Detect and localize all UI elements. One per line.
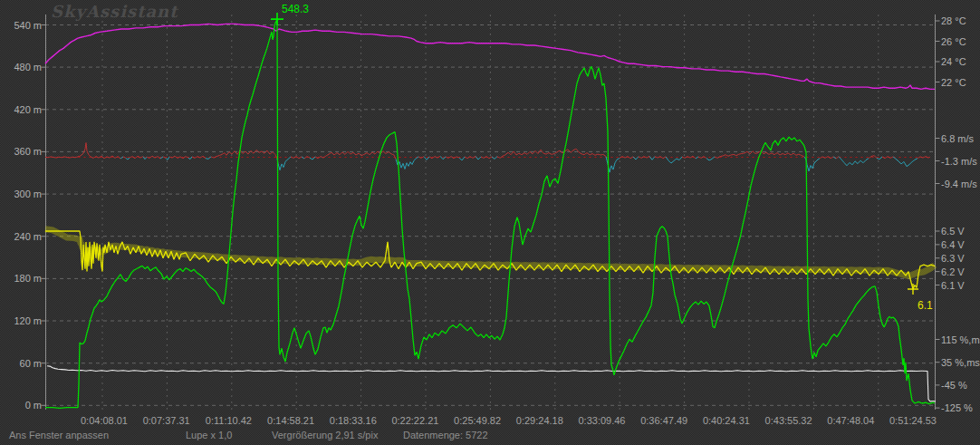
y-axis-label-right: 6.5 V	[941, 226, 965, 237]
status-fit-window: Ans Fenster anpassen	[9, 430, 109, 440]
gridlines	[45, 15, 935, 410]
y-axis-label-right: 6.8 m/s	[941, 133, 975, 144]
y-axis-label-right: 26 °C	[941, 36, 966, 47]
y-axis-label-right: 6.2 V	[941, 266, 965, 277]
y-axis-label-right: -125 %	[941, 402, 973, 413]
y-axis-label-right: -45 %	[941, 380, 967, 391]
status-data-count: Datenmenge: 5722	[403, 430, 488, 440]
y-axis-label-right: 6.1 V	[941, 280, 965, 291]
altitude-peak-value: 548.3	[282, 3, 309, 15]
x-axis-time-label: 0:36:47.49	[640, 415, 687, 426]
trace-vario-climb	[45, 143, 930, 160]
y-axis-label-left: 540 m	[14, 20, 42, 31]
x-axis-time-label: 0:43:55.32	[765, 415, 812, 426]
x-axis-time-label: 0:29:24.18	[516, 415, 563, 426]
y-axis-label-left: 420 m	[14, 104, 42, 115]
y-axis-label-right: 6.3 V	[941, 253, 965, 264]
trace-voltage	[45, 231, 935, 289]
y-axis-label-right: -1.3 m/s	[941, 156, 977, 167]
skyassistant-window: SkyAssistant 540 m480 m420 m360 m300 m24…	[0, 0, 980, 445]
trace-vario-sink	[120, 156, 918, 172]
data-traces	[45, 19, 936, 408]
x-axis-time-label: 0:25:49.82	[454, 415, 501, 426]
y-axis-label-right: 22 °C	[941, 77, 966, 88]
y-axis-label-left: 60 m	[20, 358, 42, 369]
trace-altitude	[45, 19, 935, 408]
y-axis-label-right: 24 °C	[941, 56, 966, 67]
y-axis-label-right: 35 %,ms	[941, 357, 980, 368]
y-axis-label-left: 360 m	[14, 146, 42, 157]
status-bar: Ans Fenster anpassen Lupe x 1,0 Vergröße…	[0, 430, 980, 445]
y-axis-label-right: -9.4 m/s	[941, 179, 977, 189]
status-zoom-factor: Vergrößerung 2,91 s/pix	[272, 430, 378, 440]
x-axis-time-label: 0:18:33.16	[330, 415, 377, 426]
x-axis-time-label: 0:40:24.31	[703, 415, 750, 426]
y-axis-label-right: 28 °C	[941, 15, 966, 26]
y-axis-label-left: 0 m	[25, 400, 42, 411]
x-axis-time-label: 0:07:37.31	[143, 415, 190, 426]
y-axis-label-right: 6.4 V	[941, 239, 965, 250]
trace-receiver	[47, 366, 936, 401]
y-axis-label-left: 300 m	[14, 189, 42, 199]
x-axis-time-label: 0:11:10.42	[206, 415, 252, 426]
y-axis-label-left: 480 m	[14, 62, 42, 73]
y-axis-label-left: 120 m	[14, 315, 42, 326]
x-axis-time-label: 0:47:48.04	[827, 415, 874, 426]
chart-plot-area[interactable]: 540 m480 m420 m360 m300 m240 m180 m120 m…	[0, 0, 980, 445]
axis-tick-labels: 540 m480 m420 m360 m300 m240 m180 m120 m…	[14, 15, 980, 413]
x-axis-time-label: 0:04:08.01	[81, 415, 128, 426]
x-axis-time-label: 0:51:24.53	[889, 415, 937, 426]
x-axis-time-label: 0:33:09.46	[579, 415, 626, 426]
y-axis-label-left: 240 m	[14, 231, 42, 242]
y-axis-label-left: 180 m	[14, 273, 42, 284]
time-axis-labels: 0:04:08.010:07:37.310:11:10.420:14:58.21…	[81, 415, 937, 426]
status-magnifier: Lupe x 1,0	[186, 430, 232, 440]
y-axis-label-right: 115 %,ms	[941, 334, 980, 345]
voltage-min-value: 6.1	[918, 299, 933, 312]
x-axis-time-label: 0:14:58.21	[267, 415, 314, 426]
x-axis-time-label: 0:22:22.21	[391, 415, 438, 426]
